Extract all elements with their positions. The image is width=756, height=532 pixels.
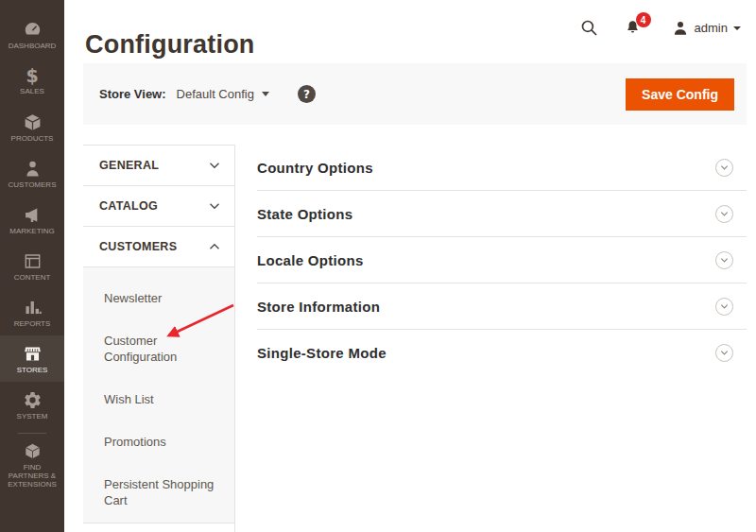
window-layout-icon [23, 251, 43, 271]
chevron-down-icon [733, 26, 741, 30]
section-label: GENERAL [99, 159, 159, 172]
chevron-down-icon [262, 92, 269, 96]
page-title: Configuration [85, 30, 255, 60]
accordion-locale-options[interactable]: Locale Options [257, 237, 747, 283]
accordion-title: Country Options [257, 160, 373, 176]
admin-sidebar: DASHBOARD $ SALES PRODUCTS CUSTOMERS MA [0, 0, 64, 532]
chevron-down-circle-icon [715, 205, 733, 223]
sidebar-item-find-partners[interactable]: FIND PARTNERS & EXTENSIONS [0, 438, 64, 491]
header-actions: 4 admin [579, 18, 741, 38]
sidebar-item-system[interactable]: SYSTEM [0, 382, 64, 428]
bar-chart-icon [23, 298, 43, 317]
config-nav: GENERAL CATALOG CUSTOMERS Newsletter Cus… [83, 145, 235, 532]
config-nav-section-general[interactable]: GENERAL [83, 146, 234, 186]
chevron-down-icon [209, 200, 220, 212]
accordion-title: State Options [257, 206, 352, 222]
dashboard-icon [23, 20, 43, 40]
section-label: CUSTOMERS [99, 240, 177, 253]
accordion-title: Locale Options [257, 252, 364, 268]
sidebar-item-label: DASHBOARD [9, 42, 57, 50]
admin-page: DASHBOARD $ SALES PRODUCTS CUSTOMERS MA [0, 0, 756, 532]
nav-item-customer-configuration[interactable]: Customer Configuration [104, 333, 208, 365]
accordion-store-information[interactable]: Store Information [257, 283, 747, 330]
config-nav-section-customers[interactable]: CUSTOMERS [83, 227, 234, 267]
cube-icon [23, 112, 43, 132]
chevron-down-circle-icon [715, 298, 733, 316]
chevron-down-circle-icon [715, 251, 733, 269]
notifications-button[interactable]: 4 [624, 19, 642, 37]
nav-item-wish-list[interactable]: Wish List [104, 391, 223, 407]
config-nav-next-section-stub [83, 523, 234, 532]
section-label: CATALOG [99, 199, 158, 213]
accordion-single-store-mode[interactable]: Single-Store Mode [257, 330, 747, 375]
search-icon [579, 18, 599, 38]
sidebar-item-label: CUSTOMERS [9, 180, 57, 189]
sidebar-item-products[interactable]: PRODUCTS [0, 104, 64, 150]
config-nav-section-catalog[interactable]: CATALOG [83, 186, 234, 227]
nav-item-promotions[interactable]: Promotions [104, 434, 223, 450]
chevron-down-circle-icon [715, 159, 733, 177]
chevron-down-icon [209, 160, 220, 171]
save-config-button[interactable]: Save Config [626, 78, 734, 111]
nav-item-persistent-shopping-cart[interactable]: Persistent Shopping Cart [104, 476, 217, 508]
accordion-title: Store Information [257, 299, 380, 315]
accordion-country-options[interactable]: Country Options [257, 145, 747, 191]
sidebar-item-dashboard[interactable]: DASHBOARD [0, 11, 64, 58]
admin-menu[interactable]: admin [672, 20, 741, 37]
customers-submenu: Newsletter Customer Configuration Wish L… [83, 267, 234, 523]
sidebar-item-label: FIND PARTNERS & EXTENSIONS [3, 463, 61, 489]
sidebar-item-label: SALES [20, 87, 44, 95]
megaphone-icon [23, 205, 43, 225]
person-icon [23, 159, 43, 179]
sidebar-item-label: SYSTEM [17, 412, 48, 420]
admin-username: admin [695, 21, 728, 35]
search-button[interactable] [579, 18, 599, 38]
package-icon [23, 441, 43, 461]
sidebar-item-sales[interactable]: $ SALES [0, 58, 64, 104]
accordion-state-options[interactable]: State Options [257, 191, 747, 237]
chevron-down-circle-icon [715, 344, 733, 362]
nav-item-newsletter[interactable]: Newsletter [104, 290, 223, 306]
sidebar-item-label: MARKETING [9, 227, 55, 235]
sidebar-item-marketing[interactable]: MARKETING [0, 197, 64, 243]
sidebar-item-label: CONTENT [14, 273, 51, 282]
help-icon[interactable]: ? [298, 85, 316, 103]
sidebar-item-content[interactable]: CONTENT [0, 243, 64, 289]
dollar-icon: $ [26, 66, 38, 85]
accordion-title: Single-Store Mode [257, 345, 387, 361]
store-view-label: Store View: [99, 87, 166, 101]
sidebar-item-label: PRODUCTS [11, 134, 54, 143]
sidebar-item-customers[interactable]: CUSTOMERS [0, 150, 64, 197]
gear-icon [23, 390, 43, 410]
store-view-value: Default Config [177, 87, 254, 101]
store-view-switcher[interactable]: Default Config [177, 87, 269, 101]
notification-count-badge: 4 [636, 12, 651, 27]
config-sections: Country Options State Options Locale Opt… [257, 145, 747, 375]
sidebar-item-stores[interactable]: STORES [0, 335, 64, 382]
store-view-toolbar: Store View: Default Config ? Save Config [83, 63, 747, 125]
storefront-icon [23, 344, 43, 364]
sidebar-item-reports[interactable]: REPORTS [0, 289, 64, 335]
sidebar-item-label: STORES [17, 366, 48, 374]
sidebar-item-label: REPORTS [14, 319, 51, 328]
sidebar-divider [18, 433, 46, 434]
user-avatar-icon [672, 20, 689, 37]
chevron-up-icon [209, 241, 220, 252]
